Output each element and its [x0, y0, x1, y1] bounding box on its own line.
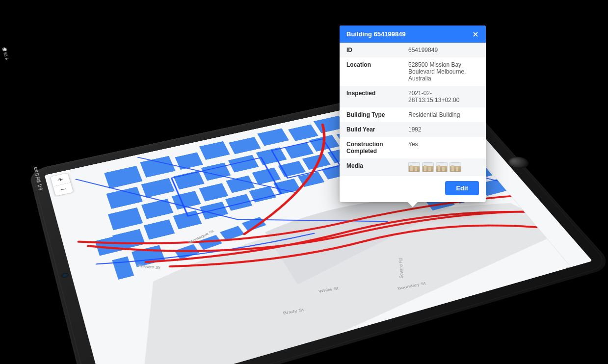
battery-icon [2, 47, 7, 52]
field-label: Build Year [346, 126, 403, 133]
field-location: Location 528500 Mission Bay Boulevard Me… [340, 57, 486, 86]
media-thumb[interactable] [408, 162, 420, 172]
field-media: Media [340, 158, 486, 176]
scene: 8:41 Wed 11 Nov 91% [0, 0, 608, 364]
field-value: 2021-02-28T13:15:13+02:00 [408, 90, 479, 104]
field-id: ID 654199849 [340, 43, 486, 57]
field-value: 1992 [408, 126, 479, 133]
field-label: Media [346, 162, 403, 169]
tablet-camera-dot [62, 274, 67, 278]
field-label: Location [346, 61, 403, 68]
device-status-bar: 8:41 Wed 11 Nov 91% [32, 167, 44, 191]
popup-header: Building 654199849 [340, 26, 486, 43]
field-building-type: Building Type Residential Building [340, 107, 486, 122]
field-label: Inspectied [346, 90, 403, 97]
map-svg [45, 88, 592, 364]
field-construction-completed: Construction Completed Yes [340, 137, 486, 158]
status-battery-pct: 91% [3, 52, 8, 57]
media-thumb[interactable] [422, 162, 434, 172]
map-attribution: Powered by GIS Cloud [565, 267, 592, 299]
field-value: Yes [408, 141, 479, 148]
field-build-year: Build Year 1992 [340, 122, 486, 137]
screen: Ferrars St White St Brady St Governor Rd… [45, 88, 592, 364]
popup-close-button[interactable] [472, 31, 479, 38]
media-thumb[interactable] [449, 162, 461, 172]
field-value: Residential Building [408, 111, 479, 118]
street-label-governor: Governor Rd [397, 259, 404, 279]
status-time: 8:41 [37, 183, 44, 190]
svg-rect-1 [3, 48, 6, 51]
field-label: Construction Completed [346, 141, 403, 155]
map-canvas[interactable]: Ferrars St White St Brady St Governor Rd… [45, 88, 592, 364]
tablet-frame: 8:41 Wed 11 Nov 91% [28, 79, 608, 364]
feature-info-popup: Building 654199849 ID 654199849 Location… [340, 26, 486, 202]
field-label: ID [346, 47, 403, 53]
wifi-icon [4, 57, 9, 60]
field-value: 528500 Mission Bay Boulevard Melbourne, … [408, 61, 479, 82]
edit-button[interactable]: Edit [445, 181, 479, 195]
field-label: Building Type [346, 111, 403, 118]
media-thumbnails [408, 162, 479, 172]
close-icon [472, 31, 479, 38]
media-thumb[interactable] [436, 162, 448, 172]
popup-title: Building 654199849 [346, 30, 406, 38]
status-date: Wed 11 Nov [32, 167, 42, 183]
field-inspected: Inspectied 2021-02-28T13:15:13+02:00 [340, 86, 486, 107]
popup-body: ID 654199849 Location 528500 Mission Bay… [340, 43, 486, 176]
field-value: 654199849 [408, 47, 479, 53]
popup-footer: Edit [340, 176, 486, 202]
